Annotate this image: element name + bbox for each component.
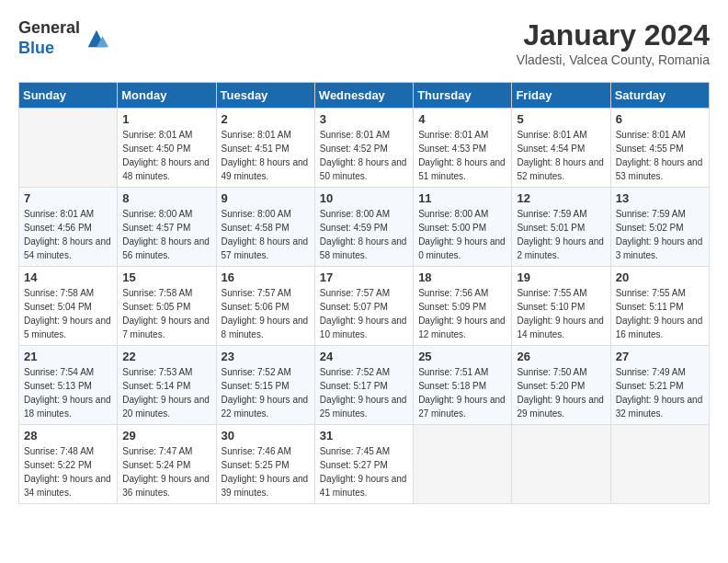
header-saturday: Saturday: [610, 83, 709, 109]
day-number: 19: [517, 270, 605, 284]
calendar-cell: 19 Sunrise: 7:55 AMSunset: 5:10 PMDaylig…: [512, 267, 610, 346]
day-info: Sunrise: 8:01 AMSunset: 4:51 PMDaylight:…: [222, 128, 310, 183]
logo: General Blue: [18, 18, 109, 58]
day-info: Sunrise: 7:50 AMSunset: 5:20 PMDaylight:…: [517, 365, 605, 420]
day-info: Sunrise: 7:48 AMSunset: 5:22 PMDaylight:…: [24, 444, 112, 500]
day-number: 22: [122, 350, 210, 363]
day-number: 10: [320, 191, 408, 205]
logo-icon: [84, 26, 109, 52]
day-number: 1: [122, 112, 210, 126]
calendar-cell: 15 Sunrise: 7:58 AMSunset: 5:05 PMDaylig…: [118, 267, 216, 346]
day-info: Sunrise: 7:59 AMSunset: 5:02 PMDaylight:…: [616, 207, 704, 262]
day-number: 30: [222, 429, 310, 442]
calendar-cell: 23 Sunrise: 7:52 AMSunset: 5:15 PMDaylig…: [216, 346, 314, 425]
day-number: 13: [616, 191, 704, 205]
day-info: Sunrise: 7:57 AMSunset: 5:06 PMDaylight:…: [222, 286, 310, 341]
calendar-cell: [610, 425, 709, 504]
day-info: Sunrise: 8:01 AMSunset: 4:50 PMDaylight:…: [122, 128, 210, 183]
calendar-cell: 10 Sunrise: 8:00 AMSunset: 4:59 PMDaylig…: [314, 188, 413, 267]
day-info: Sunrise: 8:00 AMSunset: 4:58 PMDaylight:…: [222, 207, 310, 262]
week-row-3: 14 Sunrise: 7:58 AMSunset: 5:04 PMDaylig…: [19, 267, 710, 346]
day-number: 25: [418, 350, 506, 363]
day-number: 31: [320, 429, 408, 442]
day-number: 26: [517, 350, 605, 363]
header-row: SundayMondayTuesdayWednesdayThursdayFrid…: [19, 83, 710, 109]
logo-general: General: [18, 18, 80, 39]
location: Vladesti, Valcea County, Romania: [517, 52, 710, 67]
day-info: Sunrise: 8:01 AMSunset: 4:52 PMDaylight:…: [320, 128, 408, 183]
day-info: Sunrise: 8:01 AMSunset: 4:55 PMDaylight:…: [616, 128, 704, 183]
calendar-cell: 21 Sunrise: 7:54 AMSunset: 5:13 PMDaylig…: [19, 346, 118, 425]
calendar-cell: 27 Sunrise: 7:49 AMSunset: 5:21 PMDaylig…: [610, 346, 709, 425]
day-info: Sunrise: 8:01 AMSunset: 4:56 PMDaylight:…: [24, 207, 112, 262]
header-sunday: Sunday: [19, 83, 118, 109]
header-wednesday: Wednesday: [314, 83, 413, 109]
day-number: 16: [222, 270, 310, 284]
day-info: Sunrise: 7:59 AMSunset: 5:01 PMDaylight:…: [517, 207, 605, 262]
header-thursday: Thursday: [414, 83, 512, 109]
calendar-cell: 8 Sunrise: 8:00 AMSunset: 4:57 PMDayligh…: [118, 188, 216, 267]
day-info: Sunrise: 8:00 AMSunset: 5:00 PMDaylight:…: [418, 207, 506, 262]
day-info: Sunrise: 8:01 AMSunset: 4:53 PMDaylight:…: [418, 128, 506, 183]
calendar-cell: 24 Sunrise: 7:52 AMSunset: 5:17 PMDaylig…: [314, 346, 413, 425]
day-info: Sunrise: 7:56 AMSunset: 5:09 PMDaylight:…: [418, 286, 506, 341]
day-info: Sunrise: 7:57 AMSunset: 5:07 PMDaylight:…: [320, 286, 408, 341]
calendar-cell: 31 Sunrise: 7:45 AMSunset: 5:27 PMDaylig…: [314, 425, 413, 504]
day-number: 14: [24, 270, 112, 284]
day-number: 28: [24, 429, 112, 442]
calendar-cell: 16 Sunrise: 7:57 AMSunset: 5:06 PMDaylig…: [216, 267, 314, 346]
day-number: 8: [122, 191, 210, 205]
day-number: 12: [517, 191, 605, 205]
day-info: Sunrise: 7:58 AMSunset: 5:04 PMDaylight:…: [24, 286, 112, 341]
day-number: 15: [122, 270, 210, 284]
header-tuesday: Tuesday: [216, 83, 314, 109]
day-info: Sunrise: 7:58 AMSunset: 5:05 PMDaylight:…: [122, 286, 210, 341]
calendar-cell: 14 Sunrise: 7:58 AMSunset: 5:04 PMDaylig…: [19, 267, 118, 346]
day-number: 6: [616, 112, 704, 126]
calendar-cell: 30 Sunrise: 7:46 AMSunset: 5:25 PMDaylig…: [216, 425, 314, 504]
week-row-5: 28 Sunrise: 7:48 AMSunset: 5:22 PMDaylig…: [19, 425, 710, 504]
header-friday: Friday: [512, 83, 610, 109]
day-number: 2: [222, 112, 310, 126]
month-title: January 2024: [517, 18, 710, 52]
day-number: 24: [320, 350, 408, 363]
calendar-cell: 2 Sunrise: 8:01 AMSunset: 4:51 PMDayligh…: [216, 109, 314, 188]
week-row-1: 1 Sunrise: 8:01 AMSunset: 4:50 PMDayligh…: [19, 109, 710, 188]
calendar-cell: 20 Sunrise: 7:55 AMSunset: 5:11 PMDaylig…: [610, 267, 709, 346]
day-number: 20: [616, 270, 704, 284]
day-info: Sunrise: 7:47 AMSunset: 5:24 PMDaylight:…: [122, 444, 210, 500]
logo-text: General Blue: [18, 18, 80, 58]
day-info: Sunrise: 7:52 AMSunset: 5:15 PMDaylight:…: [222, 365, 310, 420]
day-info: Sunrise: 7:46 AMSunset: 5:25 PMDaylight:…: [222, 444, 310, 500]
calendar-cell: 11 Sunrise: 8:00 AMSunset: 5:00 PMDaylig…: [414, 188, 512, 267]
day-number: 7: [24, 191, 112, 205]
calendar-cell: 28 Sunrise: 7:48 AMSunset: 5:22 PMDaylig…: [19, 425, 118, 504]
calendar-cell: [414, 425, 512, 504]
calendar-cell: 3 Sunrise: 8:01 AMSunset: 4:52 PMDayligh…: [314, 109, 413, 188]
day-info: Sunrise: 8:00 AMSunset: 4:59 PMDaylight:…: [320, 207, 408, 262]
day-info: Sunrise: 7:51 AMSunset: 5:18 PMDaylight:…: [418, 365, 506, 420]
calendar-cell: 7 Sunrise: 8:01 AMSunset: 4:56 PMDayligh…: [19, 188, 118, 267]
day-number: 18: [418, 270, 506, 284]
day-number: 9: [222, 191, 310, 205]
day-info: Sunrise: 8:00 AMSunset: 4:57 PMDaylight:…: [122, 207, 210, 262]
day-number: 4: [418, 112, 506, 126]
calendar-cell: 18 Sunrise: 7:56 AMSunset: 5:09 PMDaylig…: [414, 267, 512, 346]
day-number: 17: [320, 270, 408, 284]
day-info: Sunrise: 7:45 AMSunset: 5:27 PMDaylight:…: [320, 444, 408, 500]
calendar-cell: [19, 109, 118, 188]
calendar-cell: 17 Sunrise: 7:57 AMSunset: 5:07 PMDaylig…: [314, 267, 413, 346]
calendar-cell: 29 Sunrise: 7:47 AMSunset: 5:24 PMDaylig…: [118, 425, 216, 504]
week-row-4: 21 Sunrise: 7:54 AMSunset: 5:13 PMDaylig…: [19, 346, 710, 425]
day-number: 23: [222, 350, 310, 363]
calendar-cell: [512, 425, 610, 504]
day-info: Sunrise: 7:55 AMSunset: 5:11 PMDaylight:…: [616, 286, 704, 341]
header-monday: Monday: [118, 83, 216, 109]
page-header: General Blue January 2024 Vladesti, Valc…: [18, 18, 710, 67]
day-info: Sunrise: 8:01 AMSunset: 4:54 PMDaylight:…: [517, 128, 605, 183]
calendar-cell: 1 Sunrise: 8:01 AMSunset: 4:50 PMDayligh…: [118, 109, 216, 188]
calendar-cell: 25 Sunrise: 7:51 AMSunset: 5:18 PMDaylig…: [414, 346, 512, 425]
calendar-cell: 6 Sunrise: 8:01 AMSunset: 4:55 PMDayligh…: [610, 109, 709, 188]
day-number: 3: [320, 112, 408, 126]
calendar-cell: 12 Sunrise: 7:59 AMSunset: 5:01 PMDaylig…: [512, 188, 610, 267]
